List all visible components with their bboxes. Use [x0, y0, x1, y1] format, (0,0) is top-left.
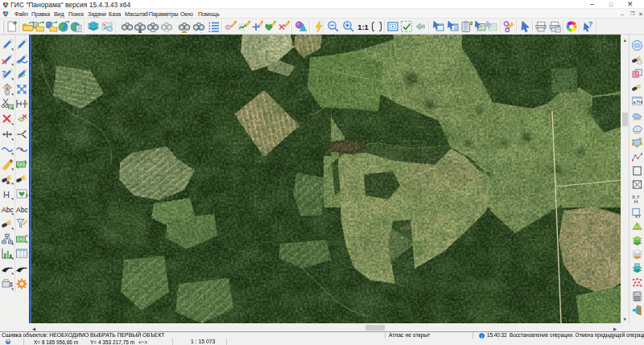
- svg-text:...: ...: [151, 27, 156, 33]
- svg-text:H: H: [3, 190, 10, 199]
- svg-text:XY: XY: [635, 214, 642, 219]
- svg-text:1:1: 1:1: [357, 23, 369, 31]
- svg-text:Abc: Abc: [2, 205, 14, 213]
- svg-text:H: H: [634, 199, 638, 204]
- svg-text:а7%: а7%: [633, 99, 643, 105]
- svg-text:a: a: [6, 179, 10, 185]
- svg-text:?: ?: [588, 20, 593, 28]
- svg-text:...: ...: [164, 27, 169, 33]
- svg-text:a: a: [138, 28, 142, 34]
- svg-text:Abc: Abc: [16, 205, 28, 213]
- svg-text:a: a: [470, 20, 473, 26]
